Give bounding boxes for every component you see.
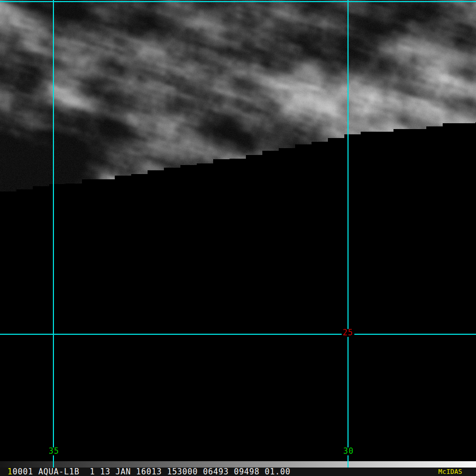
status-text: 10001 AQUA-L1B 1 13 JAN 16013 153000 064… (7, 468, 290, 476)
image-info-text: 0001 AQUA-L1B 1 13 JAN 16013 153000 0649… (13, 467, 290, 476)
mcidas-logo-text: McIDAS (438, 468, 462, 476)
graticule-parallel-top (0, 1, 476, 2)
status-bar: 10001 AQUA-L1B 1 13 JAN 16013 153000 064… (0, 468, 476, 476)
graticule-parallel-25 (0, 334, 476, 335)
latitude-label-25: 25 (342, 329, 354, 337)
satellite-image-display[interactable] (0, 0, 476, 201)
frame-number: 1 (7, 467, 13, 476)
longitude-label-30: 30 (342, 447, 355, 455)
graticule-meridian-30 (347, 0, 349, 468)
mcidas-display-window: 25 35 30 10001 AQUA-L1B 1 13 JAN 16013 1… (0, 0, 476, 476)
longitude-label-35: 35 (48, 447, 60, 455)
graticule-meridian-35 (53, 0, 54, 468)
